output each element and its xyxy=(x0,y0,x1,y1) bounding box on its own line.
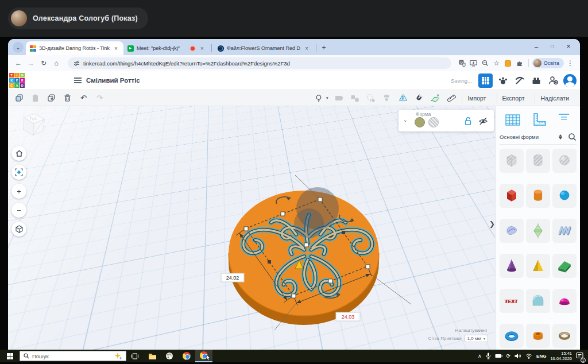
shape-cylinder-hole[interactable] xyxy=(526,149,550,173)
reload-button[interactable]: ↻ xyxy=(38,59,49,67)
action-center-button[interactable]: 1 xyxy=(576,351,583,361)
task-view-button[interactable] xyxy=(126,350,144,362)
microphone-icon[interactable] xyxy=(486,353,491,359)
maximize-button[interactable]: □ xyxy=(544,44,560,49)
undo-icon[interactable]: ↶ xyxy=(78,92,89,103)
close-tab-icon[interactable]: × xyxy=(303,45,310,52)
bookmark-star-icon[interactable]: ☆ xyxy=(492,59,502,68)
group-icon[interactable] xyxy=(333,92,344,103)
shape-category-dropdown[interactable]: Основні форми xyxy=(500,134,556,140)
zoom-in-button[interactable]: + xyxy=(11,184,26,199)
redo-icon[interactable]: ↷ xyxy=(94,92,105,103)
extension-orange-icon[interactable] xyxy=(503,59,513,68)
tab-file[interactable]: Файл:FlowerS Ornament Red D × xyxy=(214,41,314,55)
delete-trash-icon[interactable] xyxy=(62,92,73,103)
close-window-button[interactable]: × xyxy=(560,42,577,51)
shape-cylinder[interactable] xyxy=(526,184,550,208)
perspective-toggle-button[interactable] xyxy=(11,222,26,237)
shape-sphere-hole[interactable] xyxy=(552,149,577,173)
3d-viewport[interactable]: TOP + − xyxy=(8,106,495,350)
dropdown-arrows-icon[interactable] xyxy=(559,134,562,140)
address-bar[interactable]: tinkercad.com/things/h4cMhtedKqE/edit?re… xyxy=(68,57,451,69)
align-icon[interactable] xyxy=(381,92,392,103)
browser-menu-kebab-icon[interactable]: ⋮ xyxy=(565,59,575,68)
language-indicator[interactable]: ENG xyxy=(536,354,546,359)
close-tab-icon[interactable]: × xyxy=(199,45,206,52)
chrome-button[interactable] xyxy=(178,350,195,362)
design-list-icon[interactable] xyxy=(74,78,82,83)
shape-pyramid[interactable] xyxy=(526,254,550,278)
flip-mirror-icon[interactable] xyxy=(397,92,408,103)
shape-tube[interactable] xyxy=(526,324,550,348)
ruler-tool-icon[interactable] xyxy=(532,113,547,127)
update-icon[interactable]: ⟳ xyxy=(506,353,511,359)
install-app-icon[interactable] xyxy=(469,59,479,68)
collapse-chevron-icon[interactable]: ⌄ xyxy=(403,117,408,123)
shape-half-sphere[interactable] xyxy=(552,289,577,313)
shape-spinner-top[interactable] xyxy=(526,219,550,243)
zoom-out-button[interactable]: − xyxy=(11,203,26,218)
paint-app-button[interactable] xyxy=(161,350,178,362)
brick-export-icon[interactable] xyxy=(530,74,543,87)
battery-icon[interactable] xyxy=(495,354,502,358)
duplicate-icon[interactable] xyxy=(46,92,57,103)
profile-chip[interactable]: Освіта xyxy=(532,58,564,68)
minimize-button[interactable]: – xyxy=(528,43,544,50)
clock[interactable]: 15:41 16.04.2026 xyxy=(550,351,572,361)
shape-text[interactable]: TEXTTEXT xyxy=(500,289,524,313)
chrome-active-button[interactable] xyxy=(195,350,212,362)
back-button[interactable]: ← xyxy=(13,59,24,67)
home-button[interactable]: ⌂ xyxy=(51,59,62,67)
home-view-button[interactable] xyxy=(11,146,26,161)
lock-icon[interactable] xyxy=(464,117,472,126)
shape-cone[interactable] xyxy=(500,254,524,278)
ghost-sphere-small[interactable] xyxy=(294,208,324,238)
tab-tinkercad[interactable]: 3D-дизайн Daring Rottis - Tink × xyxy=(26,41,123,55)
wifi-icon[interactable] xyxy=(525,354,532,359)
workplane-tool-icon[interactable] xyxy=(505,113,522,127)
shape-scribble[interactable] xyxy=(500,219,524,243)
design-title[interactable]: Сміливий Роттіс xyxy=(86,77,140,84)
send-button[interactable]: Надіслати xyxy=(535,92,574,104)
speaker-icon[interactable] xyxy=(514,353,521,359)
shape-sphere[interactable] xyxy=(552,184,577,208)
file-explorer-button[interactable] xyxy=(144,350,161,362)
hide-eye-off-icon[interactable] xyxy=(478,117,488,126)
hole-swatch[interactable] xyxy=(428,117,439,127)
shape-torus[interactable] xyxy=(500,324,524,348)
ungroup-icon[interactable] xyxy=(349,92,360,103)
bulb-dropdown-caret-icon[interactable]: ▾ xyxy=(326,96,328,100)
minecraft-pickaxe-icon[interactable] xyxy=(513,74,526,87)
start-button[interactable] xyxy=(0,350,20,362)
shape-round-roof[interactable] xyxy=(526,289,550,313)
solid-color-swatch[interactable] xyxy=(415,117,425,127)
shape-ring[interactable] xyxy=(552,324,577,348)
tab-search-button[interactable]: ⌄ xyxy=(13,42,24,53)
import-button[interactable]: Імпорт xyxy=(462,92,491,104)
3d-model[interactable]: 24.02 24.03 xyxy=(8,106,495,350)
new-tab-button[interactable]: + xyxy=(319,43,328,52)
search-icon[interactable] xyxy=(568,133,577,141)
notes-tool-icon[interactable] xyxy=(556,113,571,127)
site-settings-icon[interactable] xyxy=(74,60,80,67)
multi-select-icon[interactable] xyxy=(365,92,376,103)
share-person-add-icon[interactable] xyxy=(547,74,559,87)
fit-view-button[interactable] xyxy=(11,165,26,180)
3d-design-mode-button[interactable] xyxy=(478,73,493,88)
shape-roof[interactable] xyxy=(552,254,577,278)
hidden-icons-chevron-icon[interactable]: ∧ xyxy=(478,353,482,359)
settings-label[interactable]: Налаштування xyxy=(428,328,487,333)
tab-meet[interactable]: Meet: "pek-dtdj-jkj" × xyxy=(123,41,210,55)
workplane-icon[interactable] xyxy=(430,92,440,103)
close-tab-icon[interactable]: × xyxy=(113,45,119,52)
magnet-snap-icon[interactable] xyxy=(413,92,424,103)
copy-icon[interactable] xyxy=(14,92,25,103)
show-all-bulb-icon[interactable] xyxy=(314,92,324,103)
shape-wave[interactable] xyxy=(552,219,577,243)
paste-icon[interactable] xyxy=(30,92,41,103)
shape-box-hole[interactable] xyxy=(500,149,524,173)
export-button[interactable]: Експорт xyxy=(497,92,530,104)
tinkercad-logo[interactable]: TIN KER CAD xyxy=(9,73,25,88)
zoom-icon[interactable] xyxy=(480,59,490,68)
ruler-icon[interactable] xyxy=(446,92,457,103)
